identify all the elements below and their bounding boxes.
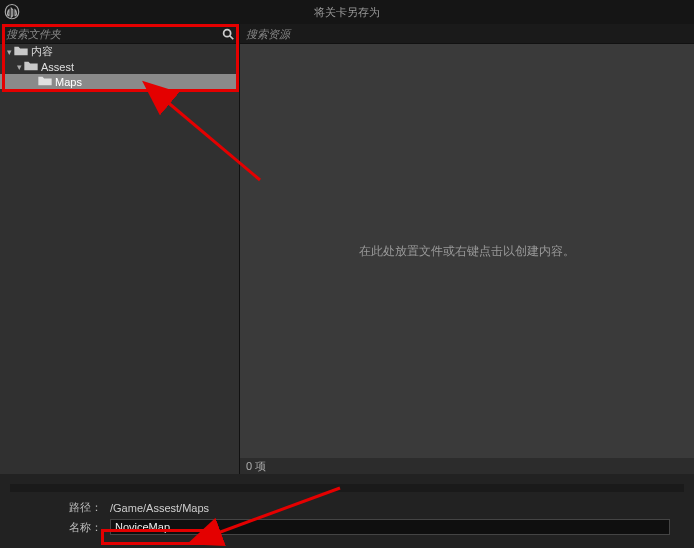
search-assets-input[interactable]: [240, 26, 694, 42]
folder-icon: [24, 61, 38, 72]
path-label: 路径：: [10, 500, 110, 515]
tree-item-maps[interactable]: Maps: [0, 74, 239, 89]
asset-panel[interactable]: 在此处放置文件或右键点击以创建内容。 0 项: [240, 44, 694, 474]
tree-item-assest[interactable]: ▾ Assest: [0, 59, 239, 74]
search-folders-container: [0, 24, 240, 43]
tree-item-label: 内容: [31, 44, 53, 59]
divider: [10, 484, 684, 492]
folder-icon: [14, 46, 28, 57]
asset-count-status: 0 项: [240, 458, 694, 474]
search-assets-container: [240, 24, 694, 43]
unreal-logo-icon: [0, 0, 24, 24]
path-row: 路径： /Game/Assest/Maps: [10, 500, 684, 515]
search-folders-input[interactable]: [0, 26, 239, 42]
tree-item-label: Maps: [55, 76, 82, 88]
chevron-down-icon: ▾: [14, 62, 24, 72]
title-bar: 将关卡另存为: [0, 0, 694, 24]
tree-item-content[interactable]: ▾ 内容: [0, 44, 239, 59]
footer-section: 路径： /Game/Assest/Maps 名称：: [0, 474, 694, 548]
tree-item-label: Assest: [41, 61, 74, 73]
name-label: 名称：: [10, 520, 110, 535]
path-value: /Game/Assest/Maps: [110, 502, 209, 514]
name-input[interactable]: [110, 519, 670, 535]
name-row: 名称：: [10, 519, 684, 535]
search-row: [0, 24, 694, 44]
folder-icon: [38, 76, 52, 87]
window-title: 将关卡另存为: [314, 5, 380, 20]
main-area: ▾ 内容 ▾ Assest Maps: [0, 44, 694, 474]
chevron-down-icon: ▾: [4, 47, 14, 57]
folder-tree-panel: ▾ 内容 ▾ Assest Maps: [0, 44, 240, 474]
asset-empty-hint: 在此处放置文件或右键点击以创建内容。: [240, 44, 694, 458]
